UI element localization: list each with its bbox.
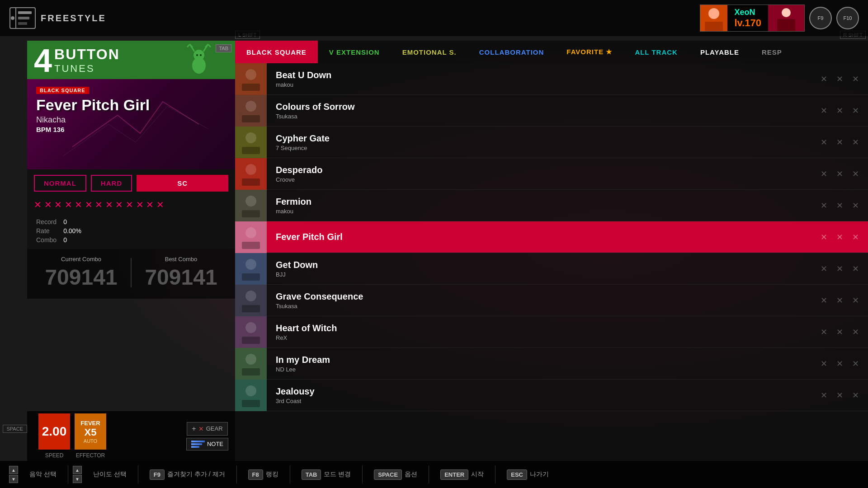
tab-playable[interactable]: PLAYABLE: [689, 41, 750, 63]
svg-point-47: [245, 322, 256, 333]
stats-row: Record 0 Rate 0.00% Combo 0: [27, 215, 235, 249]
track-x-2[interactable]: ✕: [836, 296, 843, 305]
track-row[interactable]: Desperado Croove ✕ ✕ ✕: [235, 158, 868, 190]
track-x-3[interactable]: ✕: [852, 201, 859, 211]
f10-button[interactable]: F10: [836, 7, 859, 29]
track-x-1[interactable]: ✕: [821, 327, 827, 337]
track-x-1[interactable]: ✕: [821, 390, 827, 400]
gear-button[interactable]: + ✕ GEAR: [187, 422, 227, 436]
track-x-1[interactable]: ✕: [821, 232, 827, 242]
mode-label: FREESTYLE: [41, 13, 106, 23]
svg-point-26: [245, 101, 256, 112]
profile-level: lv.170: [734, 17, 761, 29]
track-x-3[interactable]: ✕: [852, 327, 859, 337]
f9-button[interactable]: F9: [809, 7, 832, 29]
track-x-1[interactable]: ✕: [821, 137, 827, 147]
track-x-1[interactable]: ✕: [821, 169, 827, 179]
track-x-1[interactable]: ✕: [821, 359, 827, 369]
best-combo-area: Best Combo 709141: [136, 256, 226, 290]
tab-emotional-s[interactable]: EMOTIONAL S.: [391, 41, 468, 63]
track-row[interactable]: Heart of Witch ReX ✕ ✕ ✕: [235, 316, 868, 348]
track-row[interactable]: Fermion makou ✕ ✕ ✕: [235, 190, 868, 221]
hard-button[interactable]: HARD: [91, 175, 132, 192]
track-x-1[interactable]: ✕: [821, 296, 827, 305]
track-row[interactable]: Grave Consequence Tsukasa ✕ ✕ ✕: [235, 285, 868, 316]
track-x-1[interactable]: ✕: [821, 201, 827, 211]
track-x-2[interactable]: ✕: [836, 264, 843, 274]
track-name: Colours of Sorrow: [276, 102, 811, 112]
track-x-2[interactable]: ✕: [836, 137, 843, 147]
track-name: Desperado: [276, 165, 811, 175]
track-name: Jealousy: [276, 386, 811, 397]
combo-divider: [131, 258, 132, 287]
track-text: Fever Pitch Girl: [267, 232, 821, 242]
note-button[interactable]: NOTE: [186, 438, 228, 450]
track-row[interactable]: Fever Pitch Girl ✕ ✕ ✕: [235, 221, 868, 253]
music-select-arrows[interactable]: ▲ ▼: [9, 466, 18, 483]
difficulty-select-arrows[interactable]: ▲ ▼: [73, 466, 82, 483]
tab-resp[interactable]: RESP: [750, 41, 793, 63]
tab-all-track[interactable]: ALL TRACK: [623, 41, 689, 63]
tab-collaboration[interactable]: COLLABORATION: [468, 41, 556, 63]
track-x-3[interactable]: ✕: [852, 264, 859, 274]
note-bars-icon: [191, 441, 205, 448]
track-name: Beat U Down: [276, 70, 811, 80]
track-x-3[interactable]: ✕: [852, 296, 859, 305]
track-x-1[interactable]: ✕: [821, 106, 827, 116]
song-bpm: BPM 136: [36, 126, 150, 133]
track-x-2[interactable]: ✕: [836, 169, 843, 179]
sc-button[interactable]: SC: [137, 175, 228, 192]
track-row[interactable]: Colours of Sorrow Tsukasa ✕ ✕ ✕: [235, 95, 868, 127]
button-number: 4: [34, 44, 52, 77]
track-artist: Croove: [276, 176, 811, 183]
combo-label: Combo: [36, 236, 57, 244]
svg-rect-8: [705, 22, 723, 32]
track-text: Desperado Croove: [267, 165, 821, 183]
arrow-down-icon[interactable]: ▼: [9, 475, 18, 483]
track-x-1[interactable]: ✕: [821, 74, 827, 84]
track-x-3[interactable]: ✕: [852, 359, 859, 369]
track-text: Jealousy 3rd Coast: [267, 386, 821, 404]
track-x-3[interactable]: ✕: [852, 137, 859, 147]
track-x-2[interactable]: ✕: [836, 359, 843, 369]
track-x-2[interactable]: ✕: [836, 390, 843, 400]
track-name: Cypher Gate: [276, 133, 811, 144]
track-list: Beat U Down makou ✕ ✕ ✕ Colours of Sorro…: [235, 63, 868, 461]
track-x-2[interactable]: ✕: [836, 106, 843, 116]
track-x-3[interactable]: ✕: [852, 169, 859, 179]
f8-action: F8 랭킹: [241, 469, 285, 480]
track-row[interactable]: Beat U Down makou ✕ ✕ ✕: [235, 63, 868, 95]
separator-4: [290, 465, 290, 483]
diff-arrow-down-icon[interactable]: ▼: [73, 475, 82, 483]
diff-arrow-up-icon[interactable]: ▲: [73, 466, 82, 474]
track-artist: ND Lee: [276, 366, 811, 373]
track-x-2[interactable]: ✕: [836, 74, 843, 84]
arrow-up-icon[interactable]: ▲: [9, 466, 18, 474]
track-x-1[interactable]: ✕: [821, 264, 827, 274]
best-combo-label: Best Combo: [136, 256, 226, 263]
tab-favorite[interactable]: FAVORITE ★: [555, 41, 623, 63]
f9-key: F9: [150, 469, 165, 480]
track-x-3[interactable]: ✕: [852, 232, 859, 242]
tab-v-extension[interactable]: V EXTENSION: [318, 41, 391, 63]
track-row[interactable]: Cypher Gate 7 Sequence ✕ ✕ ✕: [235, 127, 868, 158]
track-row[interactable]: Get Down BJJ ✕ ✕ ✕: [235, 253, 868, 285]
difficulty-select-action: 난이도 선택: [86, 470, 133, 479]
track-x-3[interactable]: ✕: [852, 74, 859, 84]
track-x-2[interactable]: ✕: [836, 201, 843, 211]
speed-value: 2.00: [42, 425, 67, 438]
track-x-2[interactable]: ✕: [836, 232, 843, 242]
track-x-3[interactable]: ✕: [852, 390, 859, 400]
fever-box[interactable]: FEVER X5 AUTO: [75, 413, 106, 450]
track-row[interactable]: In my Dream ND Lee ✕ ✕ ✕: [235, 348, 868, 380]
speed-box[interactable]: 2.00: [38, 413, 70, 450]
track-text: Cypher Gate 7 Sequence: [267, 133, 821, 151]
track-x-2[interactable]: ✕: [836, 327, 843, 337]
normal-button[interactable]: NORMAL: [34, 175, 86, 192]
track-row[interactable]: Jealousy 3rd Coast ✕ ✕ ✕: [235, 380, 868, 411]
track-x-3[interactable]: ✕: [852, 106, 859, 116]
tab-black-square[interactable]: BLACK SQUARE: [235, 41, 318, 63]
tab-key: TAB: [302, 469, 321, 480]
profile-thumbnail: [700, 5, 727, 32]
track-name: Grave Consequence: [276, 291, 811, 302]
